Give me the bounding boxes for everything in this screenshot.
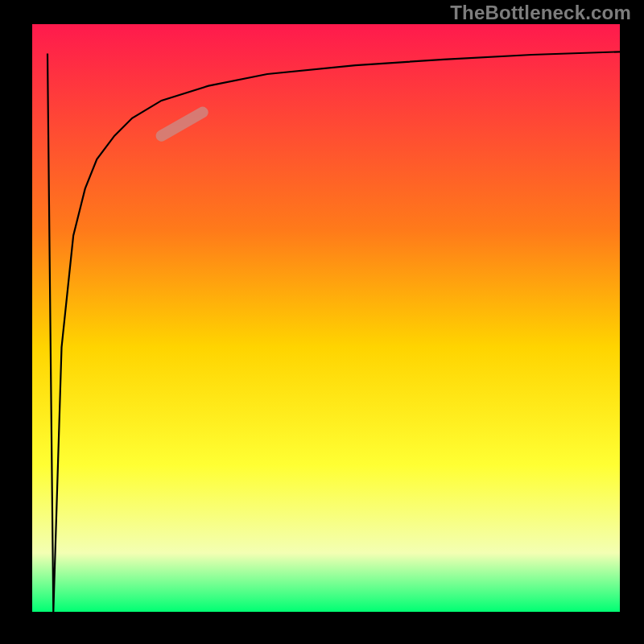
chart-svg [0, 0, 644, 644]
chart-root: TheBottleneck.com [0, 0, 644, 644]
watermark-text: TheBottleneck.com [450, 2, 631, 24]
gradient-plot-area [32, 24, 620, 612]
